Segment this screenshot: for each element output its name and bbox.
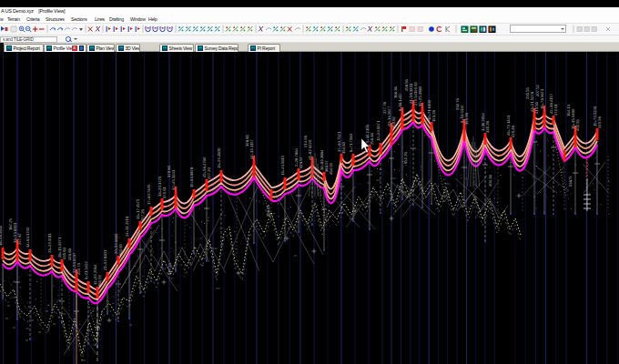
svg-text:161.69: 161.69 xyxy=(118,244,123,256)
svg-text:652.26: 652.26 xyxy=(403,152,408,164)
svg-text:454.73: 454.73 xyxy=(76,263,81,275)
svg-text:13+43.5619: 13+43.5619 xyxy=(280,155,285,176)
svg-text:446.68: 446.68 xyxy=(67,248,72,260)
svg-text:37+45.3243: 37+45.3243 xyxy=(171,169,176,190)
svg-text:335.28: 335.28 xyxy=(485,121,490,133)
svg-text:435.83: 435.83 xyxy=(62,248,66,259)
svg-text:402.55: 402.55 xyxy=(575,119,580,131)
svg-text:517.24: 517.24 xyxy=(167,263,172,275)
svg-text:214.98: 214.98 xyxy=(303,136,308,147)
svg-text:370.80: 370.80 xyxy=(167,166,171,177)
svg-text:186.36: 186.36 xyxy=(393,86,398,98)
svg-text:13+29.4800: 13+29.4800 xyxy=(217,147,221,168)
svg-text:34+63.3702: 34+63.3702 xyxy=(25,227,30,248)
svg-text:187.25: 187.25 xyxy=(8,218,13,230)
svg-text:297.26: 297.26 xyxy=(140,209,145,221)
svg-text:193.28: 193.28 xyxy=(431,110,436,122)
svg-text:21+92.8301: 21+92.8301 xyxy=(103,249,107,270)
svg-text:44+39.1197: 44+39.1197 xyxy=(249,138,254,159)
svg-text:12+24.6571: 12+24.6571 xyxy=(376,120,381,141)
svg-text:227.20: 227.20 xyxy=(207,167,211,179)
svg-text:6+21.5422: 6+21.5422 xyxy=(84,260,88,279)
svg-text:19+63.6878: 19+63.6878 xyxy=(189,167,194,187)
svg-text:423.57: 423.57 xyxy=(299,157,303,168)
svg-text:256.66: 256.66 xyxy=(370,133,374,145)
svg-text:354.60: 354.60 xyxy=(341,142,346,154)
svg-text:407.52: 407.52 xyxy=(535,85,540,96)
svg-text:38+48.9604: 38+48.9604 xyxy=(0,225,3,246)
svg-text:379.61: 379.61 xyxy=(162,187,167,198)
svg-text:150.82: 150.82 xyxy=(391,116,396,128)
svg-text:24+31.2918: 24+31.2918 xyxy=(125,216,129,237)
svg-text:17+60.7405: 17+60.7405 xyxy=(147,184,151,205)
svg-text:41+82.6220: 41+82.6220 xyxy=(308,139,312,160)
svg-text:232.76: 232.76 xyxy=(455,98,460,110)
svg-text:458.56: 458.56 xyxy=(404,79,409,91)
svg-text:8+71.7560: 8+71.7560 xyxy=(349,133,353,152)
svg-text:16+78.9873: 16+78.9873 xyxy=(540,88,544,109)
svg-text:395.98: 395.98 xyxy=(464,113,469,125)
svg-text:235.55: 235.55 xyxy=(525,87,530,99)
svg-text:297.87: 297.87 xyxy=(17,233,22,245)
svg-text:272.61: 272.61 xyxy=(553,104,558,116)
svg-text:464.04: 464.04 xyxy=(329,163,333,175)
svg-text:399.69: 399.69 xyxy=(413,82,418,94)
svg-text:415.56: 415.56 xyxy=(534,102,539,114)
svg-text:181.99: 181.99 xyxy=(97,275,102,287)
svg-text:420.48: 420.48 xyxy=(511,126,515,137)
svg-text:8+56.1417: 8+56.1417 xyxy=(398,92,402,111)
svg-text:249.98: 249.98 xyxy=(597,116,602,128)
svg-text:32+25.2889: 32+25.2889 xyxy=(418,86,422,106)
svg-text:227.78: 227.78 xyxy=(382,102,387,114)
svg-text:398.85: 398.85 xyxy=(245,135,249,147)
svg-text:404.36: 404.36 xyxy=(488,175,492,187)
svg-text:23+29.9011: 23+29.9011 xyxy=(47,232,52,253)
svg-text:164.13: 164.13 xyxy=(566,105,571,116)
